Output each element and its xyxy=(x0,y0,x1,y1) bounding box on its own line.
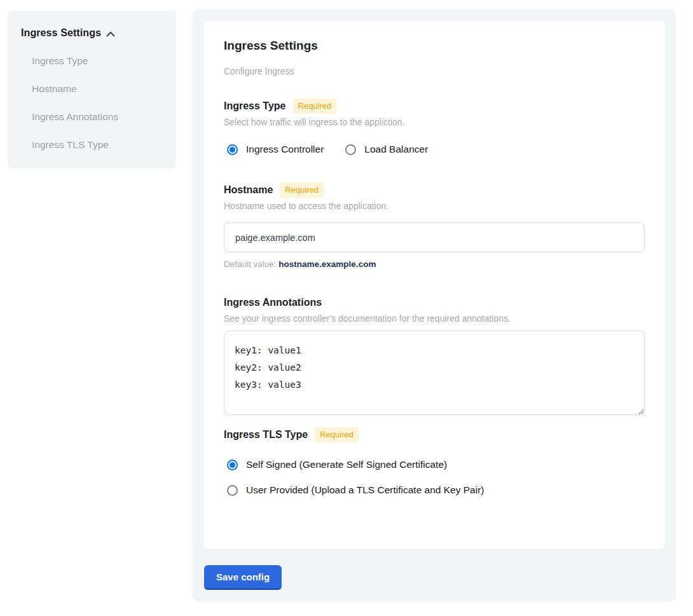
sidebar-item-ingress-type[interactable]: Ingress Type xyxy=(32,55,163,67)
sidebar-item-ingress-tls-type[interactable]: Ingress TLS Type xyxy=(32,139,163,151)
required-badge: Required xyxy=(280,182,324,198)
section-ingress-type: Ingress Type Required Select how traffic… xyxy=(224,99,645,155)
ingress-annotations-label: Ingress Annotations xyxy=(224,297,322,308)
radio-load-balancer[interactable]: Load Balancer xyxy=(345,144,428,155)
required-badge: Required xyxy=(315,427,359,442)
ingress-type-label: Ingress Type xyxy=(224,100,286,112)
hostname-input[interactable] xyxy=(224,222,645,252)
ingress-annotations-description: See your ingress controller's documentat… xyxy=(224,312,645,325)
radio-icon xyxy=(227,485,238,496)
page-subtitle: Configure Ingress xyxy=(224,65,645,78)
save-config-button[interactable]: Save config xyxy=(204,565,282,590)
hostname-description: Hostname used to access the application. xyxy=(224,200,645,212)
sidebar-item-hostname[interactable]: Hostname xyxy=(32,83,163,95)
required-badge: Required xyxy=(293,99,337,114)
ingress-settings-panel: Ingress Settings Configure Ingress Ingre… xyxy=(193,9,676,602)
section-ingress-annotations: Ingress Annotations See your ingress con… xyxy=(224,296,645,415)
ingress-annotations-textarea[interactable]: key1: value1 key2: value2 key3: value3 xyxy=(224,331,645,415)
radio-icon xyxy=(227,460,238,470)
page-title: Ingress Settings xyxy=(224,38,645,53)
ingress-tls-type-label: Ingress TLS Type xyxy=(224,429,308,441)
sidebar-nav: Ingress Type Hostname Ingress Annotation… xyxy=(21,55,163,151)
sidebar-section-title: Ingress Settings xyxy=(21,27,101,39)
section-ingress-tls-type: Ingress TLS Type Required Self Signed (G… xyxy=(224,428,645,496)
section-hostname: Hostname Required Hostname used to acces… xyxy=(224,183,645,269)
hostname-default-value-text: hostname.example.com xyxy=(278,259,376,269)
radio-icon xyxy=(227,144,238,155)
chevron-up-icon[interactable] xyxy=(106,31,115,37)
radio-ingress-controller[interactable]: Ingress Controller xyxy=(227,144,324,155)
ingress-tls-type-radio-group: Self Signed (Generate Self Signed Certif… xyxy=(224,459,645,496)
hostname-label: Hostname xyxy=(224,184,273,196)
ingress-type-radio-group: Ingress Controller Load Balancer xyxy=(227,144,645,155)
sidebar-item-ingress-annotations[interactable]: Ingress Annotations xyxy=(32,111,163,123)
sidebar-section-ingress-settings[interactable]: Ingress Settings xyxy=(21,27,163,39)
radio-icon xyxy=(345,144,356,155)
hostname-default-value: Default value: hostname.example.com xyxy=(224,259,645,269)
radio-user-provided[interactable]: User Provided (Upload a TLS Certificate … xyxy=(227,484,645,496)
settings-sidebar: Ingress Settings Ingress Type Hostname I… xyxy=(8,11,176,168)
ingress-type-description: Select how traffic will ingress to the a… xyxy=(224,116,645,128)
ingress-settings-card: Ingress Settings Configure Ingress Ingre… xyxy=(203,21,665,549)
radio-self-signed[interactable]: Self Signed (Generate Self Signed Certif… xyxy=(227,459,645,470)
